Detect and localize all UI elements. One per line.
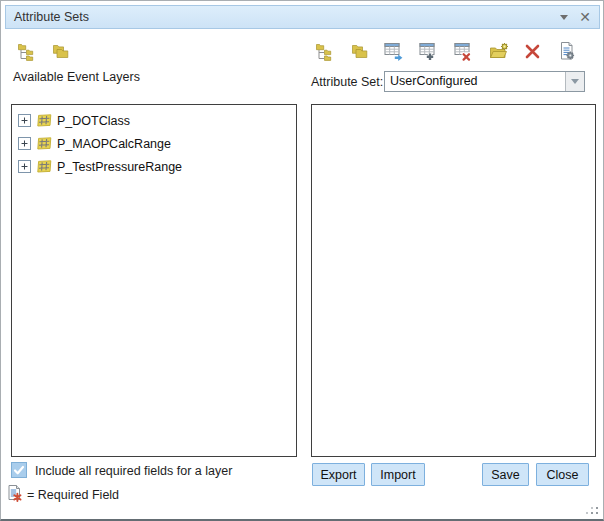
set-tree-view-button[interactable]: [314, 41, 334, 61]
layer-folders-icon: [350, 42, 369, 60]
event-layer-icon: [36, 159, 53, 174]
tree-item-p-testpressurerange[interactable]: P_TestPressureRange: [12, 155, 296, 178]
attribute-set-value: UserConfigured: [385, 72, 565, 91]
tree-item-label: P_MAOPCalcRange: [57, 137, 171, 151]
chevron-down-icon: [571, 79, 579, 84]
tree-item-p-maopcalcrange[interactable]: P_MAOPCalcRange: [12, 132, 296, 155]
chevron-down-icon: [560, 15, 568, 20]
tree-item-label: P_DOTClass: [57, 114, 130, 128]
table-add-button[interactable]: [419, 41, 439, 61]
checkmark-icon: [12, 463, 26, 477]
available-event-layers-label: Available Event Layers: [13, 70, 140, 84]
expand-plus-icon[interactable]: [18, 137, 31, 150]
combobox-dropdown-button[interactable]: [565, 72, 584, 91]
table-export-button[interactable]: [384, 41, 404, 61]
save-button[interactable]: Save: [482, 463, 529, 486]
properties-button[interactable]: [557, 41, 577, 61]
open-folder-gear-icon: [489, 42, 509, 61]
attribute-set-combobox[interactable]: UserConfigured: [384, 71, 585, 92]
expand-plus-icon[interactable]: [18, 160, 31, 173]
table-remove-button[interactable]: [454, 41, 474, 61]
required-field-icon: [7, 484, 24, 507]
layer-tree-icon: [17, 42, 35, 61]
required-field-legend: = Required Field: [27, 488, 119, 502]
include-required-fields-label: Include all required fields for a layer: [35, 464, 232, 478]
document-gear-icon: [558, 41, 576, 61]
delete-x-icon: [524, 43, 541, 60]
close-button[interactable]: ✕: [576, 8, 594, 26]
layers-folder-view-button[interactable]: [50, 41, 70, 61]
titlebar: Attribute Sets ✕: [5, 5, 600, 29]
available-event-layers-list[interactable]: P_DOTClass P_MAOPCalcRange: [11, 104, 297, 457]
resize-grip[interactable]: [586, 507, 599, 516]
include-required-fields-checkbox[interactable]: [11, 462, 27, 478]
close-button-footer[interactable]: Close: [536, 463, 589, 486]
table-remove-icon: [454, 41, 474, 61]
open-attribute-set-button[interactable]: [489, 41, 509, 61]
attribute-set-label: Attribute Set:: [311, 75, 383, 89]
close-icon: ✕: [579, 10, 591, 24]
delete-button[interactable]: [522, 41, 542, 61]
import-button[interactable]: Import: [371, 463, 425, 486]
set-folder-view-button[interactable]: [349, 41, 369, 61]
layers-tree-view-button[interactable]: [16, 41, 36, 61]
event-layer-icon: [36, 136, 53, 151]
table-export-icon: [384, 41, 404, 61]
panel-menu-button[interactable]: [556, 9, 572, 25]
table-add-icon: [419, 41, 439, 61]
event-layer-icon: [36, 113, 53, 128]
export-button[interactable]: Export: [312, 463, 365, 486]
tree-item-label: P_TestPressureRange: [57, 160, 182, 174]
layer-folders-icon: [51, 42, 70, 60]
attribute-set-fields-panel[interactable]: [311, 104, 596, 457]
tree-item-p-dotclass[interactable]: P_DOTClass: [12, 109, 296, 132]
window-title: Attribute Sets: [6, 10, 556, 24]
expand-plus-icon[interactable]: [18, 114, 31, 127]
attribute-sets-dialog: Attribute Sets ✕: [0, 0, 604, 521]
layer-tree-icon: [315, 42, 333, 61]
